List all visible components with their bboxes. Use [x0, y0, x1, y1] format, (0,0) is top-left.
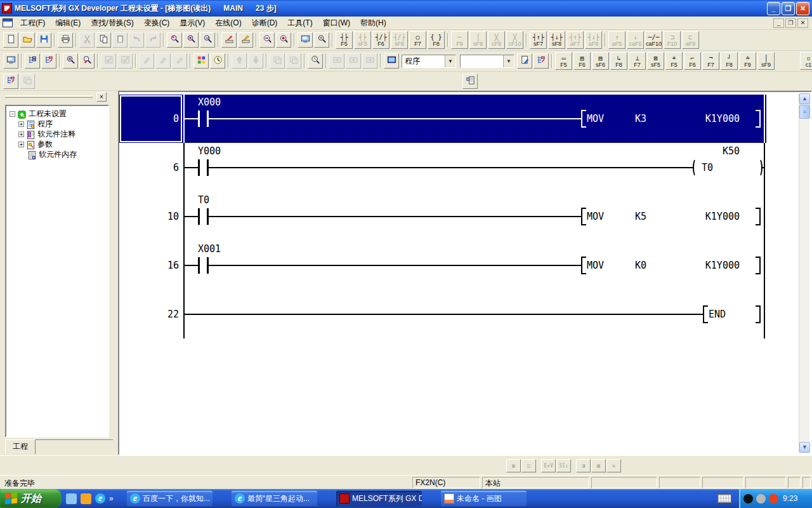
tb2-project-data-edit-button[interactable] [41, 53, 56, 69]
media-player-icon[interactable] [81, 493, 91, 504]
tb3-comment-format-button[interactable] [462, 74, 478, 89]
wiring-sF9-button[interactable]: │sF9 [757, 52, 775, 70]
ladder-application-instruction-button[interactable]: { }F8 [428, 31, 445, 49]
std-circuit-find-button[interactable] [314, 32, 329, 48]
wiring-F7-button[interactable]: ⊥F7 [629, 52, 646, 70]
tb2-io-system-monitor-button[interactable] [3, 53, 18, 69]
qq-messenger-icon[interactable] [743, 494, 753, 504]
taskbar-task-4[interactable]: 未命名 - 画图 [441, 491, 527, 506]
ladder-open-contact-button[interactable]: ┤├F5 [336, 31, 353, 49]
tb2-find-contact-button[interactable] [79, 53, 95, 69]
taskbar-task-3[interactable]: MELSOFT系列 GX D... [336, 491, 422, 506]
wiring-F6-button[interactable]: ▤F6 [573, 52, 591, 70]
minimize-button[interactable]: _ [767, 2, 780, 15]
menu-变换[interactable]: 变换(C) [139, 16, 175, 30]
scroll-down-icon[interactable]: ▼ [799, 442, 810, 453]
mdi-close-button[interactable]: ✕ [797, 18, 808, 28]
taskbar-task-1[interactable]: e百度一下，你就知... [127, 491, 213, 506]
std-save-project-button[interactable] [36, 32, 51, 48]
chevron-down-icon[interactable]: ▼ [503, 55, 514, 67]
chevron-down-icon[interactable]: ▼ [445, 55, 455, 67]
mdi-minimize-button[interactable]: _ [773, 18, 784, 28]
ladder-editor[interactable]: 0X000MOVK3K1Y0006Y000T0K5010T0MOVK5K1Y00… [119, 92, 797, 454]
menu-工具[interactable]: 工具(T) [282, 16, 317, 30]
std-find-button[interactable] [167, 32, 182, 48]
std-copy-button[interactable] [96, 32, 111, 48]
scrollbar-thumb[interactable] [799, 105, 810, 119]
download-manager-icon[interactable] [769, 494, 778, 504]
wiring-F9-button[interactable]: ≐F9 [739, 52, 756, 70]
wiring-F8-button[interactable]: ┘F8 [721, 52, 738, 70]
expand-icon[interactable]: + [18, 131, 24, 137]
tb2-comment-display-button[interactable] [517, 53, 532, 69]
std-statement-edit-button[interactable] [238, 32, 253, 48]
std-open-project-button[interactable] [20, 32, 35, 48]
wiring-F5-button[interactable]: ▭F5 [555, 52, 572, 70]
close-button[interactable]: ✕ [796, 2, 809, 15]
program-combo[interactable]: 程序 ▼ [402, 55, 456, 68]
expand-icon[interactable]: + [18, 142, 24, 147]
project-tree[interactable]: -工程未设置+程序+软元件注释+参数软元件内存 [5, 105, 109, 438]
tb2-clock-setting-button[interactable] [210, 53, 225, 69]
std-find-string-button[interactable]: AB [200, 32, 215, 48]
tb2-find-device-2-button[interactable] [63, 53, 78, 69]
restore-button[interactable]: ❐ [782, 2, 795, 15]
mdi-child-icon[interactable] [3, 18, 13, 27]
menu-在线[interactable]: 在线(O) [210, 16, 246, 30]
menu-诊断[interactable]: 诊断(D) [247, 16, 283, 30]
menu-查找/替换[interactable]: 查找/替换(S) [86, 16, 138, 30]
wiring-sF6-button[interactable]: ▤sF6 [592, 52, 609, 70]
ladder-invert-operation-button[interactable]: ─/─caF10 [645, 31, 662, 49]
menu-帮助[interactable]: 帮助(H) [355, 16, 391, 30]
tab-project[interactable]: 工程 [5, 439, 36, 454]
start-button[interactable]: 开始 [0, 489, 62, 508]
wiring-F6-button[interactable]: ⌐F6 [684, 52, 701, 70]
tree-item-软元件注释[interactable]: +软元件注释 [6, 129, 108, 139]
std-comment-edit-button[interactable] [221, 32, 237, 48]
tree-root-item[interactable]: -工程未设置 [6, 109, 108, 119]
tb2-monitor-window-button[interactable] [384, 53, 399, 69]
collapse-icon[interactable]: - [10, 111, 15, 117]
std-new-project-button[interactable] [3, 32, 18, 48]
menu-工程[interactable]: 工程(F) [15, 16, 50, 30]
ladder-rising-pulse-button[interactable]: ┤↑├sF7 [530, 31, 547, 49]
scroll-up-icon[interactable]: ▲ [799, 93, 810, 104]
std-zoom-enlarge-button[interactable] [276, 32, 291, 48]
taskbar-task-2[interactable]: e最简“星三角起动... [232, 491, 317, 506]
vertical-scrollbar[interactable]: ▲ ▼ [799, 93, 809, 453]
wiring-F5-button[interactable]: +F5 [665, 52, 683, 70]
wiring-F7-button[interactable]: ¬F7 [702, 52, 719, 70]
menu-显示[interactable]: 显示(V) [174, 16, 210, 30]
internet-explorer-icon[interactable]: e [95, 493, 105, 504]
tb2-device-batch-replace-button[interactable] [193, 53, 209, 69]
tb2-project-data-list-button[interactable] [25, 53, 40, 69]
device-combo[interactable]: ▼ [460, 55, 514, 68]
tree-item-程序[interactable]: +程序 [6, 119, 108, 129]
std-zoom-shrink-button[interactable] [259, 32, 275, 48]
quick-launch-overflow-icon[interactable]: » [109, 494, 114, 503]
toolbar-grip[interactable] [5, 95, 93, 98]
wiring-F8-button[interactable]: ↳F8 [610, 52, 627, 70]
menu-编辑[interactable]: 编辑(E) [50, 16, 86, 30]
keyboard-input-icon[interactable] [717, 494, 731, 503]
std-screen-setting-button[interactable] [298, 32, 313, 48]
menu-窗口[interactable]: 窗口(W) [318, 16, 355, 30]
tb2-structure-display-button[interactable] [534, 53, 549, 69]
tb3-macro-utility-button[interactable] [3, 74, 18, 89]
instruction-mnemonic: MOV [587, 211, 604, 222]
tb2-monitor-mode-button[interactable] [308, 53, 323, 69]
volume-icon[interactable] [756, 494, 766, 504]
ladder-coil-button[interactable]: ○F7 [409, 31, 426, 49]
mdi-restore-button[interactable]: ❐ [785, 18, 796, 28]
custom-c1-button[interactable]: ▫c1 [800, 52, 812, 70]
ladder-closed-contact-button[interactable]: ┤/├F6 [372, 31, 390, 49]
tree-item-参数[interactable]: +参数 [6, 139, 108, 149]
ladder-falling-pulse-button[interactable]: ┤↓├sF8 [548, 31, 565, 49]
tree-item-软元件内存[interactable]: 软元件内存 [6, 149, 108, 159]
std-find-device-button[interactable] [183, 32, 199, 48]
close-icon[interactable]: × [96, 92, 107, 102]
wiring-sF5-button[interactable]: ⊠sF5 [647, 52, 664, 70]
show-desktop-icon[interactable] [66, 493, 77, 504]
expand-icon[interactable]: + [18, 121, 24, 127]
std-print-button[interactable] [58, 32, 73, 48]
